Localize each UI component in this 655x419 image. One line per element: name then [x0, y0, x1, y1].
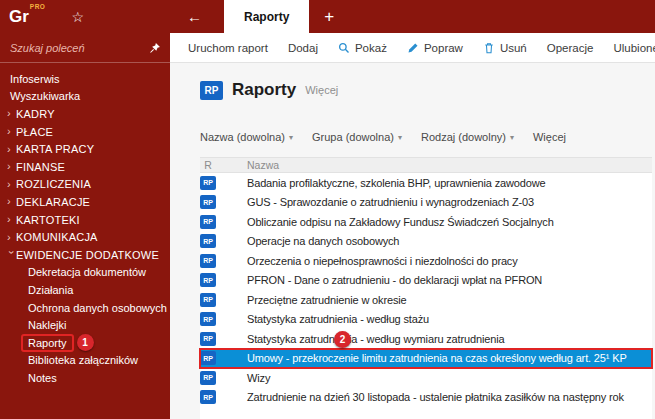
shell: Infoserwis Wyszukiwarka ›KADRY ›PŁACE ›K…: [0, 33, 655, 419]
rp-icon: RP: [200, 332, 216, 346]
toolbar-show-button[interactable]: Pokaż: [328, 33, 397, 62]
page-title: Raporty: [232, 80, 296, 100]
filter-nazwa[interactable]: Nazwa (dowolna)▾: [200, 131, 293, 143]
chevron-right-icon: ›: [7, 232, 16, 243]
table-row[interactable]: RPOperacje na danych osobowych: [200, 232, 652, 252]
sidebar-item-deklaracje[interactable]: ›DEKLARACJE: [0, 193, 170, 211]
sidebar-item-biblioteka-zalacznikow[interactable]: Biblioteka załączników: [0, 352, 170, 370]
favorites-star-icon[interactable]: ☆: [71, 10, 84, 24]
sidebar-item-wyszukiwarka[interactable]: Wyszukiwarka: [0, 88, 170, 106]
rp-icon: RP: [200, 254, 216, 268]
tab-raporty[interactable]: Raporty: [224, 0, 309, 33]
search-input[interactable]: [10, 42, 144, 54]
toolbar-button-label: Dodaj: [288, 42, 318, 54]
sidebar-item-ochrona-danych[interactable]: Ochrona danych osobowych: [0, 299, 170, 317]
sidebar-item-kartoteki[interactable]: ›KARTOTEKI: [0, 211, 170, 229]
page-header: RP Raporty Więcej: [200, 78, 655, 102]
rp-icon: RP: [200, 234, 216, 248]
toolbar-button-label: Pokaż: [355, 42, 387, 54]
toolbar-button-label: Operacje: [547, 42, 594, 54]
sidebar-item-label: Dekretacja dokumentów: [28, 266, 146, 278]
toolbar-delete-button[interactable]: Usuń: [473, 33, 537, 62]
sidebar-item-rozliczenia[interactable]: ›ROZLICZENIA: [0, 176, 170, 194]
chevron-expanded-icon: ›: [6, 251, 17, 260]
toolbar-button-label: Usuń: [500, 42, 527, 54]
table-row[interactable]: RPStatystyka zatrudnienia - według wymia…: [200, 329, 652, 349]
sidebar-item-label: Ochrona danych osobowych: [28, 302, 167, 314]
row-name: Zatrudnienie na dzień 30 listopada - ust…: [247, 391, 624, 403]
toolbar-operations-button[interactable]: Operacje: [537, 33, 604, 62]
row-name: Umowy - przekroczenie limitu zatrudnieni…: [247, 352, 627, 364]
sidebar-item-komunikacja[interactable]: ›KOMUNIKACJA: [0, 228, 170, 246]
sidebar-item-dekretacja-dokumentow[interactable]: Dekretacja dokumentów: [0, 264, 170, 282]
toolbar-run-report-button[interactable]: Uruchom raport: [178, 33, 278, 62]
content-area: RP Raporty Więcej Nazwa (dowolna)▾ Grupa…: [170, 63, 655, 419]
tab-label: Raporty: [244, 10, 289, 24]
column-header-r[interactable]: R: [200, 159, 216, 171]
table-row-selected[interactable]: RP Umowy - przekroczenie limitu zatrudni…: [200, 349, 652, 369]
new-tab-button[interactable]: +: [309, 0, 349, 33]
sidebar-nav: Infoserwis Wyszukiwarka ›KADRY ›PŁACE ›K…: [0, 63, 170, 387]
pin-icon[interactable]: [149, 42, 161, 54]
row-name: Statystyka zatrudnienia - według stażu: [247, 313, 429, 325]
sidebar-item-label: ROZLICZENIA: [16, 178, 91, 190]
column-header-nazwa[interactable]: Nazwa: [247, 159, 279, 171]
table-row[interactable]: RPBadania profilaktyczne, szkolenia BHP,…: [200, 173, 652, 193]
chevron-right-icon: ›: [7, 144, 16, 155]
sidebar-item-label: KARTA PRACY: [16, 143, 94, 155]
chevron-right-icon: ›: [7, 196, 16, 207]
filter-rodzaj[interactable]: Rodzaj (dowolny)▾: [421, 131, 514, 143]
sidebar-item-raporty[interactable]: Raporty 1: [0, 334, 170, 352]
sidebar-item-karta-pracy[interactable]: ›KARTA PRACY: [0, 140, 170, 158]
toolbar-favorites-button[interactable]: Ulubione: [603, 33, 655, 62]
sidebar-item-label: DEKLARACJE: [16, 196, 90, 208]
sidebar-item-label: KARTOTEKI: [16, 214, 80, 226]
more-link[interactable]: Więcej: [305, 84, 338, 96]
table-row[interactable]: RPOrzeczenia o niepełnosprawności i niez…: [200, 251, 652, 271]
sidebar-item-ewidencje-dodatkowe[interactable]: ›EWIDENCJE DODATKOWE: [0, 246, 170, 264]
filter-bar: Nazwa (dowolna)▾ Grupa (dowolna)▾ Rodzaj…: [200, 130, 655, 144]
sidebar-item-dzialania[interactable]: Działania: [0, 281, 170, 299]
row-name: PFRON - Dane o zatrudnieniu - do deklara…: [247, 274, 542, 286]
table-row[interactable]: RPPFRON - Dane o zatrudnieniu - do dekla…: [200, 271, 652, 291]
filter-label: Nazwa (dowolna): [200, 131, 285, 143]
app-logo: GrPRO: [9, 8, 44, 25]
chevron-down-icon: ▾: [398, 133, 402, 142]
back-arrow-icon[interactable]: ←: [187, 8, 202, 25]
sidebar-item-label: EWIDENCJE DODATKOWE: [16, 249, 159, 261]
table-rows: RPBadania profilaktyczne, szkolenia BHP,…: [200, 173, 652, 419]
sidebar-item-label: Notes: [28, 372, 57, 384]
sidebar-item-label: KOMUNIKACJA: [16, 231, 98, 243]
toolbar-add-button[interactable]: Dodaj: [278, 33, 328, 62]
sidebar-item-finanse[interactable]: ›FINANSE: [0, 158, 170, 176]
table-row[interactable]: RPWizy: [200, 368, 652, 388]
command-search[interactable]: [0, 33, 170, 63]
row-name: Wizy: [247, 372, 270, 384]
sidebar-item-kadry[interactable]: ›KADRY: [0, 105, 170, 123]
main-area: Uruchom raport Dodaj Pokaż Popraw Usuń: [170, 33, 655, 419]
sidebar-item-infoserwis[interactable]: Infoserwis: [0, 70, 170, 88]
table-row[interactable]: RPObliczanie odpisu na Zakładowy Fundusz…: [200, 212, 652, 232]
row-name: Statystyka zatrudnienia - według wymiaru…: [247, 333, 504, 345]
chevron-right-icon: ›: [7, 214, 16, 225]
rp-icon: RP: [200, 293, 216, 307]
annotation-badge-2: 2: [334, 331, 351, 348]
filter-label: Rodzaj (dowolny): [421, 131, 506, 143]
toolbar: Uruchom raport Dodaj Pokaż Popraw Usuń: [170, 33, 655, 63]
toolbar-edit-button[interactable]: Popraw: [397, 33, 473, 62]
sidebar-item-naklejki[interactable]: Naklejki: [0, 316, 170, 334]
table-row[interactable]: RPZatrudnienie na dzień 30 listopada - u…: [200, 388, 652, 408]
rp-icon: RP: [200, 195, 216, 209]
row-name: GUS - Sprawozdanie o zatrudnieniu i wyna…: [247, 196, 534, 208]
app-window: GrPRO ☆ ← Raporty + Infoserwis Wyszukiwa…: [0, 0, 655, 419]
filter-grupa[interactable]: Grupa (dowolna)▾: [312, 131, 402, 143]
sidebar-item-notes[interactable]: Notes: [0, 369, 170, 387]
table-row[interactable]: RPStatystyka zatrudnienia - według stażu: [200, 310, 652, 330]
filter-wiecej[interactable]: Więcej: [533, 131, 566, 143]
chevron-right-icon: ›: [7, 126, 16, 137]
sidebar-item-place[interactable]: ›PŁACE: [0, 123, 170, 141]
table-row[interactable]: RPGUS - Sprawozdanie o zatrudnieniu i wy…: [200, 193, 652, 213]
table-row[interactable]: RPPrzeciętne zatrudnienie w okresie: [200, 290, 652, 310]
search-icon: [338, 42, 350, 54]
chevron-right-icon: ›: [7, 161, 16, 172]
